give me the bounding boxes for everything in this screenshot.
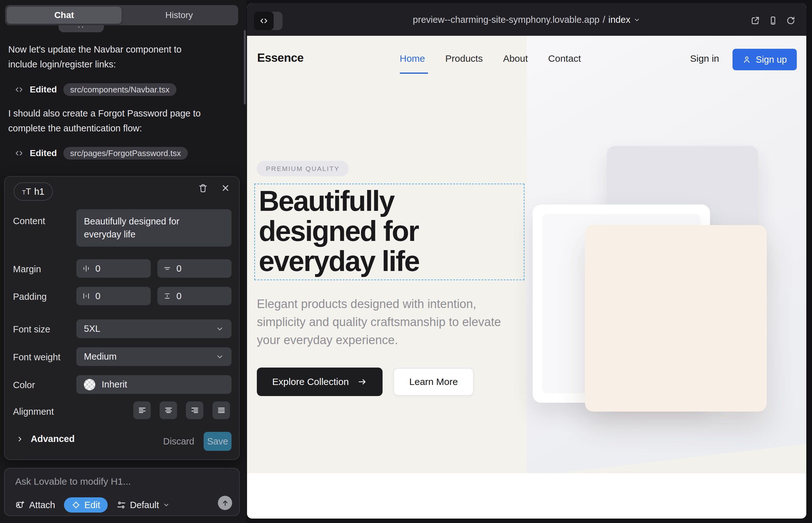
chevron-right-icon <box>16 435 24 443</box>
element-tag-label: h1 <box>34 186 44 197</box>
open-external-icon[interactable] <box>751 16 760 25</box>
arrow-up-icon <box>221 499 229 507</box>
url-bar[interactable]: preview--charming-site-symphony.lovable.… <box>247 15 806 25</box>
content-label: Content <box>13 216 45 227</box>
signin-link[interactable]: Sign in <box>690 53 719 64</box>
padding-y-input[interactable]: 0 <box>157 287 231 305</box>
composer-toolbar: Attach Edit Default <box>15 497 231 513</box>
text-type-icon: TT <box>22 187 31 197</box>
edited-label: Edited <box>30 148 57 158</box>
nav-link-home[interactable]: Home <box>400 53 425 64</box>
element-editor-panel: TT h1 Content Beautifully designed for e… <box>4 176 240 460</box>
hero-heading[interactable]: Beautifully designed for everyday life <box>259 186 419 276</box>
section-below-hero <box>247 473 806 518</box>
save-label: Save <box>207 436 228 447</box>
panel-tabs: Chat History <box>5 5 238 25</box>
content-textarea[interactable]: Beautifully designed for everyday life <box>76 209 231 247</box>
font-size-select[interactable]: 5XL <box>76 320 231 338</box>
site-logo[interactable]: Essence <box>257 51 304 65</box>
chat-panel: Chat History ·· Now let's update the Nav… <box>0 0 246 523</box>
arrow-right-icon <box>357 377 367 386</box>
browser-toolbar: preview--charming-site-symphony.lovable.… <box>247 3 806 36</box>
file-chip[interactable]: src/pages/ForgotPassword.tsx <box>63 147 188 160</box>
attach-image-icon <box>15 500 25 510</box>
tab-history-label: History <box>165 10 193 20</box>
color-label: Color <box>13 380 35 390</box>
font-size-label: Font size <box>13 324 50 335</box>
hero-heading-line: designed for <box>259 216 419 246</box>
send-button[interactable] <box>218 496 232 510</box>
padding-x-value: 0 <box>95 291 100 301</box>
learn-more-label: Learn More <box>409 376 458 387</box>
align-justify-icon <box>217 406 226 415</box>
url-path: index <box>608 15 630 25</box>
font-weight-select[interactable]: Medium <box>76 347 231 366</box>
hero-paragraph: Elegant products designed with intention… <box>257 295 513 349</box>
discard-button[interactable]: Discard <box>163 436 194 447</box>
padding-y-icon <box>163 292 171 300</box>
premium-badge: PREMIUM QUALITY <box>257 161 349 176</box>
alignment-label: Alignment <box>13 407 54 417</box>
code-icon <box>15 85 23 94</box>
attach-button[interactable]: Attach <box>15 500 55 510</box>
nav-link-contact[interactable]: Contact <box>548 53 581 64</box>
tab-chat-label: Chat <box>54 10 74 20</box>
chevron-down-icon <box>163 502 170 508</box>
mode-select[interactable]: Default <box>117 500 170 510</box>
h1-selection-outline[interactable]: Beautifully designed for everyday life <box>254 184 525 280</box>
align-justify-button[interactable] <box>212 401 230 419</box>
save-button[interactable]: Save <box>204 432 231 451</box>
align-right-button[interactable] <box>186 401 203 419</box>
chat-message: Now let's update the Navbar component to… <box>8 42 211 72</box>
signup-button[interactable]: Sign up <box>732 49 797 70</box>
url-separator: / <box>603 15 605 25</box>
scrolled-chip-dots: ·· <box>77 25 85 31</box>
sliders-icon <box>117 500 126 510</box>
file-chip[interactable]: src/components/Navbar.tsx <box>63 83 177 96</box>
chat-message: I should also create a Forgot Password p… <box>8 106 211 136</box>
align-left-button[interactable] <box>133 401 151 419</box>
code-icon <box>15 149 23 158</box>
margin-x-input[interactable]: 0 <box>76 259 151 278</box>
edit-mode-button[interactable]: Edit <box>64 497 108 512</box>
composer-input[interactable]: Ask Lovable to modify H1... <box>15 476 131 487</box>
margin-x-value: 0 <box>95 264 100 274</box>
advanced-toggle[interactable]: Advanced <box>16 434 75 444</box>
mobile-view-icon[interactable] <box>768 16 778 25</box>
chat-scrollbar[interactable] <box>244 30 246 105</box>
padding-x-input[interactable]: 0 <box>76 287 151 305</box>
refresh-icon[interactable] <box>786 16 796 25</box>
chevron-down-icon <box>216 325 224 333</box>
color-select[interactable]: Inherit <box>76 375 231 394</box>
advanced-label: Advanced <box>31 434 75 444</box>
padding-label: Padding <box>13 292 47 302</box>
chat-composer: Ask Lovable to modify H1... Attach Edit … <box>4 468 240 516</box>
delete-element-button[interactable] <box>198 183 208 193</box>
tab-history[interactable]: History <box>122 7 236 24</box>
align-center-button[interactable] <box>160 401 177 419</box>
nav-link-products[interactable]: Products <box>445 53 483 64</box>
edit-label: Edit <box>84 500 100 510</box>
nav-link-about[interactable]: About <box>503 53 528 64</box>
preview-browser: preview--charming-site-symphony.lovable.… <box>247 3 806 519</box>
tab-chat[interactable]: Chat <box>7 7 122 24</box>
padding-y-value: 0 <box>176 291 181 301</box>
hero-heading-line: Beautifully <box>259 186 419 216</box>
color-value: Inherit <box>102 379 127 390</box>
file-edit-row[interactable]: Edited src/pages/ForgotPassword.tsx <box>15 147 188 160</box>
user-icon <box>742 55 751 64</box>
close-icon[interactable] <box>221 183 230 193</box>
file-edit-row[interactable]: Edited src/components/Navbar.tsx <box>15 83 176 96</box>
learn-more-button[interactable]: Learn More <box>393 368 474 396</box>
margin-y-value: 0 <box>176 264 181 274</box>
app: Chat History ·· Now let's update the Nav… <box>0 0 812 523</box>
element-tag-chip[interactable]: TT h1 <box>14 182 53 201</box>
align-right-icon <box>190 406 199 415</box>
attach-label: Attach <box>29 500 55 510</box>
signup-label: Sign up <box>756 54 787 65</box>
font-weight-label: Font weight <box>13 352 60 362</box>
mode-label: Default <box>130 500 159 510</box>
margin-y-input[interactable]: 0 <box>157 259 231 278</box>
explore-collection-button[interactable]: Explore Collection <box>257 367 383 396</box>
chevron-down-icon[interactable] <box>633 16 640 23</box>
